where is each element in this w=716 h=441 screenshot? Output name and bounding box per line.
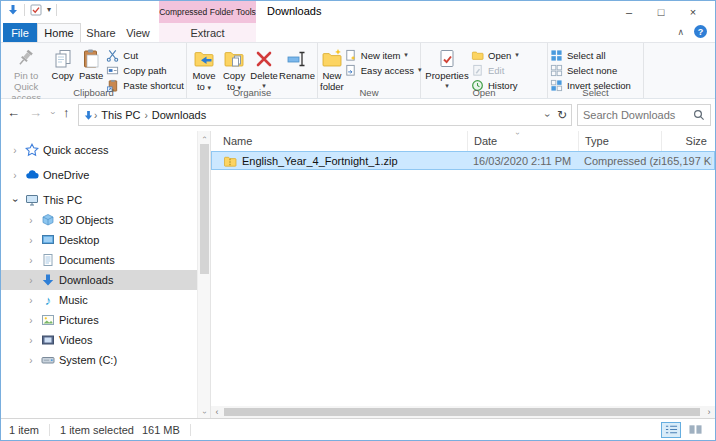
- tab-view[interactable]: View: [121, 23, 155, 42]
- sidebar-item-label: Downloads: [59, 274, 113, 286]
- chevron-right-icon[interactable]: ›: [25, 295, 37, 306]
- sidebar-item-videos[interactable]: › Videos: [1, 330, 197, 350]
- scrollbar-thumb[interactable]: [200, 144, 209, 274]
- chevron-right-icon[interactable]: ›: [25, 315, 37, 326]
- navigation-scrollbar[interactable]: › ›: [197, 131, 210, 418]
- properties-icon: [436, 47, 458, 71]
- properties-button[interactable]: Properties ▾: [423, 45, 471, 90]
- items-count: 1 item: [1, 424, 49, 436]
- file-list-horizontal-scrollbar[interactable]: ‹ ›: [211, 406, 715, 418]
- chevron-right-icon[interactable]: ›: [25, 355, 37, 366]
- sidebar-item-desktop[interactable]: › Desktop: [1, 230, 197, 250]
- chevron-right-icon[interactable]: ›: [25, 275, 37, 286]
- group-label-new: New: [318, 87, 420, 98]
- sidebar-item-label: Desktop: [59, 234, 99, 246]
- breadcrumb-downloads[interactable]: Downloads: [148, 109, 210, 121]
- large-icons-view-button[interactable]: [685, 422, 705, 438]
- copy-path-icon: [106, 64, 119, 77]
- this-pc-monitor-icon: [24, 193, 40, 207]
- title-bar: ▾ Compressed Folder Tools Downloads – □ …: [1, 1, 715, 23]
- separator: [24, 4, 25, 16]
- close-button[interactable]: ×: [677, 1, 709, 23]
- sidebar-item-music[interactable]: › ♪ Music: [1, 290, 197, 310]
- forward-button[interactable]: →: [29, 106, 42, 119]
- 3d-objects-cube-icon: [40, 213, 56, 227]
- copy-icon: [52, 47, 74, 71]
- sidebar-item-label: Videos: [59, 334, 92, 346]
- search-box[interactable]: [577, 104, 711, 126]
- button-label: Select none: [567, 65, 617, 76]
- open-button[interactable]: Open ▾: [471, 48, 519, 62]
- breadcrumb-this-pc[interactable]: This PC: [97, 109, 144, 121]
- sidebar-item-downloads[interactable]: › Downloads: [1, 270, 197, 290]
- tab-share[interactable]: Share: [83, 23, 119, 42]
- copy-button[interactable]: Copy: [49, 45, 76, 82]
- edit-button[interactable]: Edit: [471, 63, 519, 77]
- documents-icon: [40, 253, 56, 267]
- new-folder-button[interactable]: New folder: [320, 45, 344, 93]
- help-icon[interactable]: ?: [694, 25, 707, 38]
- back-button[interactable]: ←: [7, 106, 20, 119]
- sidebar-item-onedrive[interactable]: › OneDrive: [1, 165, 197, 185]
- chevron-right-icon[interactable]: ›: [25, 255, 37, 266]
- column-header-date[interactable]: Date: [467, 131, 578, 151]
- up-button[interactable]: ↑: [63, 106, 70, 119]
- search-icon[interactable]: [693, 109, 705, 121]
- copy-to-button[interactable]: Copy to ▾: [219, 45, 249, 93]
- tab-file[interactable]: File: [3, 23, 37, 42]
- copy-path-button[interactable]: Copy path: [106, 63, 184, 77]
- rename-button[interactable]: Rename: [279, 45, 315, 82]
- chevron-right-icon[interactable]: ›: [9, 145, 21, 156]
- button-label: Open: [488, 50, 511, 61]
- details-view-button[interactable]: [661, 422, 681, 438]
- scrollbar-thumb[interactable]: [224, 408, 700, 416]
- address-dropdown-icon[interactable]: ›: [542, 113, 553, 116]
- select-all-button[interactable]: Select all: [550, 48, 631, 62]
- open-folder-icon: [471, 49, 484, 62]
- chevron-right-icon[interactable]: ›: [9, 170, 21, 181]
- search-input[interactable]: [583, 109, 693, 121]
- select-none-icon: [550, 64, 563, 77]
- chevron-right-icon[interactable]: ›: [25, 235, 37, 246]
- recent-locations-caret-icon[interactable]: ›: [48, 111, 58, 114]
- delete-button[interactable]: Delete ▾: [249, 45, 279, 90]
- sidebar-item-this-pc[interactable]: › This PC: [1, 190, 197, 210]
- system-drive-icon: [40, 353, 56, 367]
- move-to-button[interactable]: Move to ▾: [189, 45, 219, 93]
- tab-home[interactable]: Home: [37, 23, 81, 42]
- status-bar: 1 item 1 item selected 161 MB: [1, 418, 715, 440]
- tab-extract[interactable]: Extract: [159, 23, 256, 42]
- select-none-button[interactable]: Select none: [550, 63, 631, 77]
- sidebar-item-pictures[interactable]: › Pictures: [1, 310, 197, 330]
- file-row-selected[interactable]: English_Year_4_Fortnight_1.zip 16/03/202…: [211, 151, 715, 170]
- customize-toolbar-caret-icon[interactable]: ▾: [47, 6, 51, 14]
- new-item-button[interactable]: New item ▾: [344, 48, 422, 62]
- button-label: Paste: [79, 71, 103, 82]
- window-controls: – □ ×: [613, 1, 709, 23]
- sidebar-item-3d-objects[interactable]: › 3D Objects: [1, 210, 197, 230]
- sidebar-item-label: 3D Objects: [59, 214, 113, 226]
- column-header-name[interactable]: Name: [211, 131, 467, 151]
- collapse-ribbon-icon[interactable]: ∧: [677, 27, 684, 37]
- file-size: 165,197 KB: [661, 155, 712, 167]
- chevron-right-icon[interactable]: ›: [25, 215, 37, 226]
- address-breadcrumb[interactable]: › This PC › Downloads › ↻: [78, 104, 572, 126]
- cut-button[interactable]: Cut: [106, 48, 184, 62]
- chevron-expanded-icon[interactable]: ›: [10, 194, 21, 206]
- column-header-size[interactable]: Size: [661, 131, 715, 151]
- chevron-right-icon[interactable]: ›: [25, 335, 37, 346]
- properties-check-icon[interactable]: [30, 4, 42, 16]
- refresh-icon[interactable]: ↻: [557, 108, 567, 122]
- scroll-left-icon[interactable]: ‹: [211, 406, 223, 418]
- scroll-right-icon[interactable]: ›: [703, 406, 715, 418]
- easy-access-button[interactable]: Easy access ▾: [344, 63, 422, 77]
- minimize-button[interactable]: –: [613, 1, 645, 23]
- sort-indicator-icon[interactable]: ›: [513, 132, 522, 135]
- sidebar-item-quick-access[interactable]: › Quick access: [1, 140, 197, 160]
- button-label: Edit: [488, 65, 504, 76]
- column-header-type[interactable]: Type: [578, 131, 661, 151]
- sidebar-item-system-c[interactable]: › System (C:): [1, 350, 197, 370]
- maximize-button[interactable]: □: [645, 1, 677, 23]
- paste-button[interactable]: Paste: [76, 45, 106, 82]
- sidebar-item-documents[interactable]: › Documents: [1, 250, 197, 270]
